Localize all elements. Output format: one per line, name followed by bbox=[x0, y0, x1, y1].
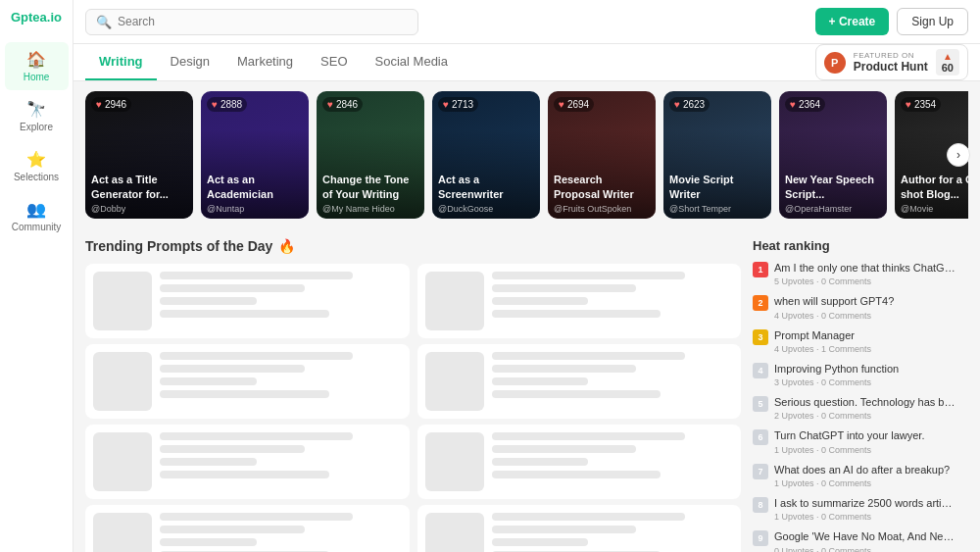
writing-card[interactable]: ♥ 2623 Movie Script Writer @Short Temper bbox=[663, 91, 771, 219]
card-author: @My Name Hideo bbox=[322, 204, 395, 214]
logo-dot: .io bbox=[47, 10, 62, 25]
heat-item-title: Prompt Manager bbox=[774, 328, 956, 342]
search-input[interactable] bbox=[118, 15, 408, 28]
sidebar-item-home[interactable]: 🏠Home bbox=[5, 42, 69, 90]
skeleton-line bbox=[160, 513, 353, 521]
product-hunt-arrow: ▲ bbox=[943, 51, 953, 62]
heat-item-title: Am I the only one that thinks ChatGPT's … bbox=[774, 261, 956, 275]
heat-item-title: Turn ChatGPT into your lawyer. bbox=[774, 428, 956, 442]
heat-item-title: Google 'We Have No Moat, And Neither Doe… bbox=[774, 529, 956, 543]
trending-card[interactable] bbox=[85, 264, 410, 338]
tab-seo[interactable]: SEO bbox=[307, 44, 361, 80]
skeleton-line bbox=[160, 445, 305, 453]
trending-card[interactable] bbox=[85, 425, 410, 499]
create-button[interactable]: + Create bbox=[815, 8, 890, 35]
cards-section: ♥ 2946 Act as a Title Generator for... @… bbox=[74, 81, 980, 228]
product-hunt-count: ▲ 60 bbox=[936, 49, 959, 75]
heart-icon: ♥ bbox=[443, 99, 449, 110]
trending-card[interactable] bbox=[85, 344, 410, 419]
upvote-count: 2364 bbox=[799, 99, 820, 110]
heart-icon: ♥ bbox=[96, 99, 102, 110]
tab-marketing[interactable]: Marketing bbox=[223, 44, 307, 80]
skeleton-line bbox=[492, 445, 637, 453]
logo: Gptea.io bbox=[6, 10, 67, 25]
card-title: Change the Tone of Your Writing bbox=[322, 173, 418, 201]
skeleton-thumb bbox=[93, 513, 152, 552]
product-hunt-number: 60 bbox=[942, 62, 954, 74]
trending-emoji: 🔥 bbox=[278, 238, 295, 254]
skeleton-line bbox=[492, 471, 662, 478]
heat-item-content: Turn ChatGPT into your lawyer. 1 Upvotes… bbox=[774, 428, 968, 454]
heat-item-title: What does an AI do after a breakup? bbox=[774, 463, 956, 477]
search-icon: 🔍 bbox=[96, 15, 112, 29]
heat-item-content: Am I the only one that thinks ChatGPT's … bbox=[774, 261, 968, 286]
heat-ranking-item[interactable]: 4 Improving Python function 3 Upvotes · … bbox=[753, 362, 968, 387]
skeleton-line bbox=[492, 310, 662, 318]
heart-icon: ♥ bbox=[906, 99, 911, 110]
card-title: Act as a Screenwriter bbox=[438, 173, 534, 201]
writing-card[interactable]: ♥ 2694 Research Proposal Writer @Fruits … bbox=[548, 91, 656, 219]
product-hunt-badge[interactable]: P FEATURED ON Product Hunt ▲ 60 bbox=[815, 44, 968, 80]
writing-card[interactable]: ♥ 2846 Change the Tone of Your Writing @… bbox=[317, 91, 424, 219]
card-title: Movie Script Writer bbox=[669, 173, 765, 201]
product-hunt-name: Product Hunt bbox=[854, 60, 928, 74]
card-author: @OperaHamster bbox=[785, 204, 852, 214]
skeleton-line bbox=[492, 526, 637, 533]
sidebar-item-selections[interactable]: ⭐Selections bbox=[5, 142, 69, 190]
card-upvotes: ♥ 2694 bbox=[554, 97, 594, 112]
tab-writing[interactable]: Writing bbox=[85, 44, 157, 80]
skeleton-line bbox=[160, 284, 305, 292]
heat-ranking-item[interactable]: 8 I ask to summarize 2500 words article.… bbox=[753, 496, 968, 522]
heart-icon: ♥ bbox=[212, 99, 218, 110]
trending-card[interactable] bbox=[85, 505, 410, 552]
sidebar-item-community[interactable]: 👥Community bbox=[5, 192, 69, 240]
heat-ranking-item[interactable]: 1 Am I the only one that thinks ChatGPT'… bbox=[753, 261, 968, 286]
heat-ranking-item[interactable]: 2 when will support GPT4? 4 Upvotes · 0 … bbox=[753, 294, 968, 320]
search-bar[interactable]: 🔍 bbox=[85, 9, 418, 35]
trending-title: Trending Prompts of the Day 🔥 bbox=[85, 238, 741, 254]
heat-item-content: Google 'We Have No Moat, And Neither Doe… bbox=[774, 529, 968, 552]
heat-ranking-item[interactable]: 5 Serious question. Technology has been … bbox=[753, 395, 968, 421]
heat-ranking-item[interactable]: 7 What does an AI do after a breakup? 1 … bbox=[753, 463, 968, 488]
tab-design[interactable]: Design bbox=[157, 44, 223, 80]
trending-card[interactable] bbox=[417, 264, 742, 338]
heat-ranking-item[interactable]: 9 Google 'We Have No Moat, And Neither D… bbox=[753, 529, 968, 552]
heat-ranking-item[interactable]: 3 Prompt Manager 4 Upvotes · 1 Comments bbox=[753, 328, 968, 354]
trending-card[interactable] bbox=[417, 505, 742, 552]
heat-ranking-item[interactable]: 6 Turn ChatGPT into your lawyer. 1 Upvot… bbox=[753, 428, 968, 454]
explore-icon: 🔭 bbox=[26, 100, 46, 119]
tab-social[interactable]: Social Media bbox=[362, 44, 462, 80]
writing-card[interactable]: ♥ 2713 Act as a Screenwriter @DuckGoose bbox=[432, 91, 540, 219]
writing-card[interactable]: ♥ 2364 New Year Speech Script... @OperaH… bbox=[779, 91, 887, 219]
trending-main: Trending Prompts of the Day 🔥 bbox=[85, 238, 741, 552]
signup-button[interactable]: Sign Up bbox=[897, 8, 968, 35]
skeleton-line bbox=[160, 458, 257, 466]
skeleton-thumb bbox=[425, 272, 484, 330]
trending-title-text: Trending Prompts of the Day bbox=[85, 238, 272, 254]
card-title: Author for a One-shot Blog... bbox=[901, 173, 968, 201]
sidebar-item-explore[interactable]: 🔭Explore bbox=[5, 92, 69, 140]
heart-icon: ♥ bbox=[559, 99, 564, 110]
skeleton-thumb bbox=[93, 272, 152, 330]
heat-ranking-list: 1 Am I the only one that thinks ChatGPT'… bbox=[753, 261, 968, 552]
community-icon: 👥 bbox=[26, 200, 46, 219]
card-upvotes: ♥ 2354 bbox=[901, 97, 941, 112]
card-upvotes: ♥ 2846 bbox=[322, 97, 363, 112]
skeleton-line bbox=[160, 432, 353, 440]
header-actions: + Create Sign Up bbox=[815, 8, 968, 35]
trending-card[interactable] bbox=[417, 425, 742, 499]
writing-card[interactable]: ♥ 2888 Act as an Academician @Nuntap bbox=[201, 91, 309, 219]
heat-item-meta: 2 Upvotes · 0 Comments bbox=[774, 411, 968, 421]
card-title: New Year Speech Script... bbox=[785, 173, 881, 201]
trending-card[interactable] bbox=[417, 344, 742, 419]
heat-item-meta: 1 Upvotes · 0 Comments bbox=[774, 478, 968, 488]
writing-card[interactable]: ♥ 2946 Act as a Title Generator for... @… bbox=[85, 91, 193, 219]
sidebar-item-label: Home bbox=[24, 72, 50, 82]
heat-rank-badge: 3 bbox=[753, 329, 768, 345]
cards-next-button[interactable]: › bbox=[947, 143, 970, 167]
skeleton-line bbox=[160, 272, 353, 279]
skeleton-line bbox=[492, 365, 637, 373]
heat-item-content: Serious question. Technology has been 't… bbox=[774, 395, 968, 421]
skeleton-line bbox=[160, 471, 329, 478]
card-title: Act as a Title Generator for... bbox=[91, 173, 187, 201]
